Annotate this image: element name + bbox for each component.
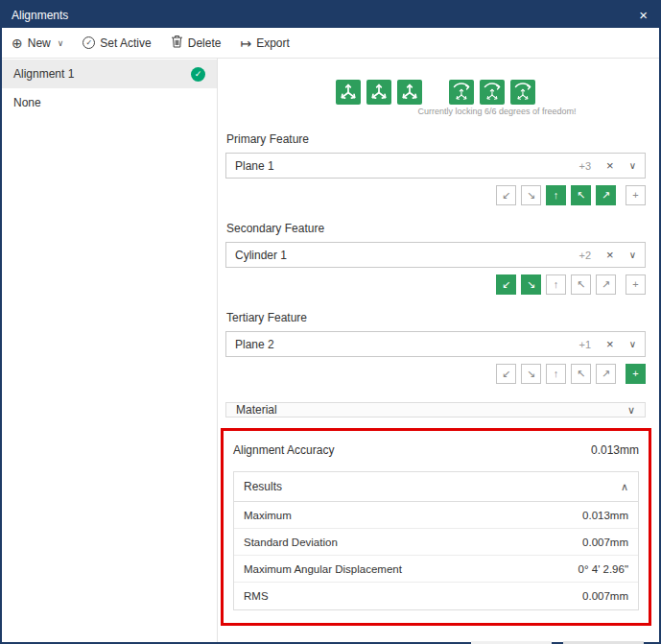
new-button[interactable]: ⊕ New ∨ [12,36,63,50]
move-cross-icon: + [632,190,638,201]
dof-toggle-4[interactable]: ↖ [571,364,591,384]
dof-toggle-1[interactable]: ↙ [496,274,516,295]
toolbar: ⊕ New ∨ ✓ Set Active Delete ↦ Export [2,28,659,59]
alignment-item-label: Alignment 1 [13,67,74,81]
dialog-title: Alignments [12,9,68,22]
dof-toggle-6[interactable]: + [626,364,646,384]
material-section-header[interactable]: Material ∨ [225,402,646,417]
arrow-up-left-icon: ↖ [577,279,585,290]
arrow-down-right-icon: ↘ [527,279,535,290]
move-cross-icon: + [632,279,638,290]
dof-toggle-4[interactable]: ↖ [571,185,591,205]
dialog-footer: Modify Close [225,633,646,644]
result-label: Maximum [244,510,292,521]
dof-lock-tx-icon [336,80,361,105]
plus-circle-icon: ⊕ [12,36,23,50]
dof-toggle-2[interactable]: ↘ [521,185,541,205]
results-section-header[interactable]: Results ∧ [234,472,638,502]
dof-toggle-6[interactable]: + [626,185,646,205]
tertiary-feature-select[interactable]: Plane 2 +1 × ∨ [225,331,646,357]
new-button-label: New [28,36,51,50]
tertiary-feature-label: Tertiary Feature [226,311,646,324]
dof-lock-caption: Currently locking 6/6 degrees of freedom… [225,107,646,116]
arrow-up-icon: ↑ [554,190,559,201]
alignment-list: Alignment 1 ✓ None [2,59,218,642]
dof-lock-rz-icon [510,80,535,105]
dof-toggle-5[interactable]: ↗ [596,274,616,295]
dof-toggle-3[interactable]: ↑ [546,364,566,384]
dof-lock-tz-icon [397,80,422,105]
annotation-highlight: Alignment Accuracy 0.013mm Results ∧ Max… [221,428,651,626]
sidebar-item-none[interactable]: None [2,88,217,117]
result-row-maximum: Maximum 0.013mm [234,502,638,529]
dof-lock-rx-icon [449,80,474,105]
dof-toggle-2[interactable]: ↘ [521,364,541,384]
circle-check-icon: ✓ [83,36,95,49]
set-active-button-label: Set Active [100,36,151,50]
alignment-item-label: None [13,96,41,109]
chevron-up-icon: ∧ [621,481,628,493]
arrow-up-icon: ↑ [554,369,559,379]
dof-toggle-2[interactable]: ↘ [521,274,541,295]
secondary-feature-select[interactable]: Cylinder 1 +2 × ∨ [225,242,646,268]
chevron-down-icon[interactable]: ∨ [629,250,636,260]
alignment-accuracy-label: Alignment Accuracy [233,443,334,457]
result-label: Maximum Angular Displacement [244,563,402,575]
move-cross-icon: + [632,369,638,379]
arrow-down-right-icon: ↘ [527,190,535,201]
arrow-up-right-icon: ↗ [602,279,610,290]
dof-lock-ry-icon [480,80,505,105]
combo-extra-count: +1 [579,339,592,350]
primary-feature-label: Primary Feature [226,132,646,146]
dof-toggle-1[interactable]: ↙ [496,185,516,205]
secondary-feature-label: Secondary Feature [226,222,646,235]
dof-toggle-3[interactable]: ↑ [546,185,566,205]
dof-toggle-5[interactable]: ↗ [596,185,616,205]
clear-icon[interactable]: × [606,158,614,173]
result-value: 0.007mm [582,537,628,548]
export-arrow-icon: ↦ [240,36,251,50]
combo-value: Plane 2 [235,338,274,351]
titlebar: Alignments × [2,2,659,28]
alignment-accuracy-value: 0.013mm [591,443,639,457]
arrow-down-left-icon: ↙ [502,190,510,201]
alignment-detail-panel: Currently locking 6/6 degrees of freedom… [218,59,659,642]
arrow-down-left-icon: ↙ [502,279,510,290]
chevron-down-icon: ∨ [627,404,635,417]
result-row-rms: RMS 0.007mm [234,583,638,609]
close-icon[interactable]: × [637,8,649,22]
dof-toggle-4[interactable]: ↖ [571,274,591,295]
tertiary-feature-section: Tertiary Feature Plane 2 +1 × ∨ ↙ ↘ ↑ ↖ … [225,311,646,384]
trash-icon [171,35,183,51]
arrow-down-left-icon: ↙ [502,369,510,379]
arrow-up-left-icon: ↖ [577,190,585,201]
material-label: Material [236,403,277,417]
delete-button[interactable]: Delete [171,35,222,51]
dof-toggle-1[interactable]: ↙ [496,364,516,384]
export-button[interactable]: ↦ Export [240,36,289,50]
dof-toggle-6[interactable]: + [626,274,646,295]
chevron-down-icon[interactable]: ∨ [629,339,636,349]
clear-icon[interactable]: × [606,337,614,351]
primary-feature-select[interactable]: Plane 1 +3 × ∨ [225,153,646,179]
arrow-up-right-icon: ↗ [602,369,610,379]
result-row-max-angular-displacement: Maximum Angular Displacement 0° 4' 2.96" [234,556,638,583]
alignments-dialog: Alignments × ⊕ New ∨ ✓ Set Active Delete… [0,0,661,644]
chevron-down-icon: ∨ [58,38,64,48]
clear-icon[interactable]: × [606,248,614,262]
dof-toggle-3[interactable]: ↑ [546,274,566,295]
dof-toggle-5[interactable]: ↗ [596,364,616,384]
result-value: 0.007mm [582,590,628,602]
arrow-up-icon: ↑ [554,279,559,290]
check-glyph: ✓ [85,39,92,47]
chevron-down-icon[interactable]: ∨ [629,160,636,171]
result-value: 0.013mm [582,510,628,521]
combo-value: Cylinder 1 [235,249,287,262]
primary-dof-toggle-row: ↙ ↘ ↑ ↖ ↗ + [225,185,646,205]
combo-extra-count: +2 [579,250,592,261]
result-row-standard-deviation: Standard Deviation 0.007mm [234,529,638,556]
sidebar-item-alignment-1[interactable]: Alignment 1 ✓ [2,60,217,88]
set-active-button[interactable]: ✓ Set Active [83,36,151,50]
result-value: 0° 4' 2.96" [578,563,628,575]
alignment-accuracy-row: Alignment Accuracy 0.013mm [233,436,639,465]
